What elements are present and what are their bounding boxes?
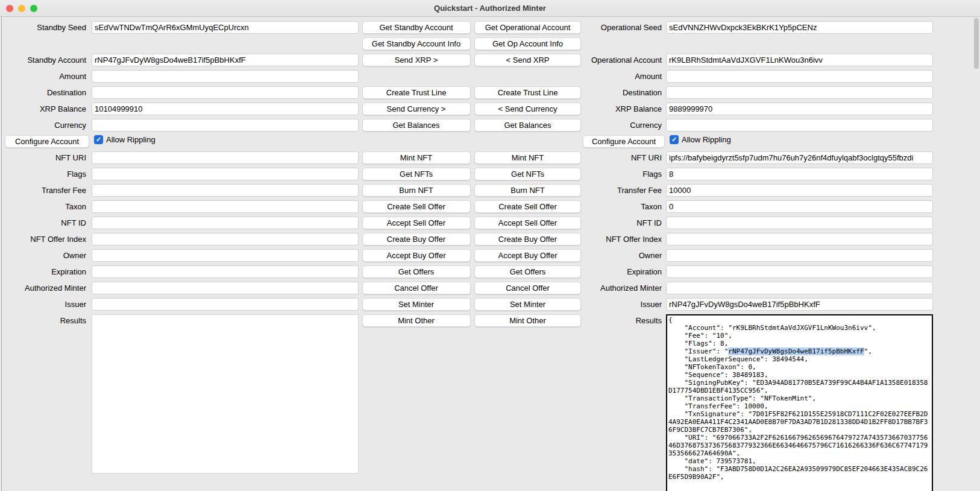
operational-allow-rippling-checkbox[interactable]: ✓ Allow Rippling (670, 135, 980, 144)
operational-account-input[interactable] (666, 54, 933, 66)
row-destination: Destination Create Trust Line Create Tru… (0, 84, 980, 101)
operational-create-sell-offer-button[interactable]: Create Sell Offer (474, 200, 581, 213)
window-title: Quickstart - Authorized Minter (434, 4, 546, 13)
standby-seed-input[interactable] (92, 21, 359, 34)
operational-seed-input[interactable] (666, 21, 933, 34)
standby-accept-buy-offer-button[interactable]: Accept Buy Offer (362, 249, 471, 262)
operational-destination-input[interactable] (666, 86, 933, 99)
standby-xrp-balance-input[interactable] (92, 103, 359, 115)
standby-cancel-offer-button[interactable]: Cancel Offer (362, 282, 471, 294)
operational-mint-other-button[interactable]: Mint Other (474, 314, 581, 327)
operational-xrp-balance-input[interactable] (666, 103, 933, 115)
standby-seed-label: Standby Seed (0, 19, 89, 36)
row-account: Standby Account Send XRP > < Send XRP Op… (0, 52, 980, 68)
standby-flags-input[interactable] (92, 168, 359, 180)
close-button[interactable] (6, 5, 13, 12)
standby-nft-offer-index-input[interactable] (92, 233, 359, 246)
selected-text: rNP47gJFvDyW8gsDo4weB17if5pBbHKxfF (728, 347, 864, 355)
operational-cancel-offer-button[interactable]: Cancel Offer (474, 282, 581, 294)
standby-set-minter-button[interactable]: Set Minter (362, 298, 471, 311)
operational-nft-offer-index-input[interactable] (666, 233, 933, 246)
standby-destination-input[interactable] (92, 86, 359, 99)
standby-amount-input[interactable] (92, 70, 359, 83)
standby-owner-label: Owner (0, 247, 89, 264)
send-xrp-right-button[interactable]: Send XRP > (362, 54, 471, 66)
standby-mint-nft-button[interactable]: Mint NFT (362, 151, 471, 164)
standby-create-buy-offer-button[interactable]: Create Buy Offer (362, 233, 471, 246)
operational-authorized-minter-input[interactable] (666, 282, 933, 294)
standby-results-area[interactable] (92, 314, 359, 474)
standby-allow-rippling-checkbox[interactable]: ✓ Allow Rippling (94, 135, 360, 144)
standby-taxon-label: Taxon (0, 198, 89, 215)
operational-configure-account-button[interactable]: Configure Account (583, 135, 665, 148)
standby-create-sell-offer-button[interactable]: Create Sell Offer (362, 200, 471, 213)
standby-expiration-input[interactable] (92, 265, 359, 278)
operational-mint-nft-button[interactable]: Mint NFT (474, 151, 581, 164)
standby-issuer-label: Issuer (0, 296, 89, 312)
get-op-account-info-button[interactable]: Get Op Account Info (474, 37, 581, 50)
get-standby-account-button[interactable]: Get Standby Account (362, 21, 471, 34)
operational-results-area[interactable]: { "Account": "rK9LBRhStdmtAaVdJXGVF1LnKW… (666, 314, 933, 491)
window-edge (1, 17, 2, 491)
operational-expiration-input[interactable] (666, 265, 933, 278)
send-currency-right-button[interactable]: Send Currency > (362, 103, 471, 115)
operational-create-buy-offer-button[interactable]: Create Buy Offer (474, 233, 581, 246)
operational-accept-buy-offer-button[interactable]: Accept Buy Offer (474, 249, 581, 262)
operational-currency-input[interactable] (666, 119, 933, 131)
operational-create-trust-line-button[interactable]: Create Trust Line (474, 86, 581, 99)
send-xrp-left-button[interactable]: < Send XRP (474, 54, 581, 66)
row-transfer-fee: Transfer Fee Burn NFT Burn NFT Transfer … (0, 182, 980, 198)
standby-get-offers-button[interactable]: Get Offers (362, 265, 471, 278)
row-xrp-balance: XRP Balance Send Currency > < Send Curre… (0, 101, 980, 117)
operational-set-minter-button[interactable]: Set Minter (474, 298, 581, 311)
standby-accept-sell-offer-button[interactable]: Accept Sell Offer (362, 217, 471, 229)
operational-burn-nft-button[interactable]: Burn NFT (474, 184, 581, 197)
standby-burn-nft-button[interactable]: Burn NFT (362, 184, 471, 197)
standby-owner-input[interactable] (92, 249, 359, 262)
operational-nft-uri-input[interactable] (666, 151, 933, 164)
standby-currency-input[interactable] (92, 119, 359, 131)
operational-nft-id-input[interactable] (666, 217, 933, 229)
send-currency-left-button[interactable]: < Send Currency (474, 103, 581, 115)
standby-get-balances-button[interactable]: Get Balances (362, 119, 471, 131)
scrollbar-thumb[interactable] (974, 18, 979, 69)
operational-get-offers-button[interactable]: Get Offers (474, 265, 581, 278)
standby-xrp-balance-label: XRP Balance (0, 101, 89, 117)
operational-transfer-fee-input[interactable] (666, 184, 933, 197)
standby-mint-other-button[interactable]: Mint Other (362, 314, 471, 327)
operational-amount-input[interactable] (666, 70, 933, 83)
operational-taxon-label: Taxon (583, 198, 665, 215)
operational-get-balances-button[interactable]: Get Balances (474, 119, 581, 131)
standby-nft-id-input[interactable] (92, 217, 359, 229)
row-nft-offer-index: NFT Offer Index Create Buy Offer Create … (0, 231, 980, 247)
standby-nft-uri-input[interactable] (92, 151, 359, 164)
window-scrollbar[interactable] (974, 18, 979, 489)
operational-issuer-input[interactable] (666, 298, 933, 311)
get-operational-account-button[interactable]: Get Operational Account (474, 21, 581, 34)
operational-flags-input[interactable] (666, 168, 933, 180)
standby-transfer-fee-input[interactable] (92, 184, 359, 197)
operational-accept-sell-offer-button[interactable]: Accept Sell Offer (474, 217, 581, 229)
operational-xrp-balance-label: XRP Balance (583, 101, 665, 117)
titlebar: Quickstart - Authorized Minter (0, 0, 980, 17)
operational-taxon-input[interactable] (666, 200, 933, 213)
minimize-button[interactable] (18, 5, 25, 12)
standby-create-trust-line-button[interactable]: Create Trust Line (362, 86, 471, 99)
standby-nft-offer-index-label: NFT Offer Index (0, 231, 89, 247)
operational-owner-label: Owner (583, 247, 665, 264)
row-amount: Amount Amount (0, 68, 980, 84)
get-standby-account-info-button[interactable]: Get Standby Account Info (362, 37, 471, 50)
standby-authorized-minter-input[interactable] (92, 282, 359, 294)
operational-get-nfts-button[interactable]: Get NFTs (474, 168, 581, 180)
operational-owner-input[interactable] (666, 249, 933, 262)
zoom-button[interactable] (30, 5, 37, 12)
standby-account-input[interactable] (92, 54, 359, 66)
standby-taxon-input[interactable] (92, 200, 359, 213)
row-taxon: Taxon Create Sell Offer Create Sell Offe… (0, 198, 980, 215)
standby-configure-account-button[interactable]: Configure Account (5, 135, 89, 148)
row-configure: Configure Account ✓ Allow Rippling Confi… (0, 133, 980, 150)
standby-authorized-minter-label: Authorized Minter (0, 280, 89, 296)
standby-get-nfts-button[interactable]: Get NFTs (362, 168, 471, 180)
standby-issuer-input[interactable] (92, 298, 359, 311)
checkbox-checked-icon: ✓ (670, 135, 679, 144)
